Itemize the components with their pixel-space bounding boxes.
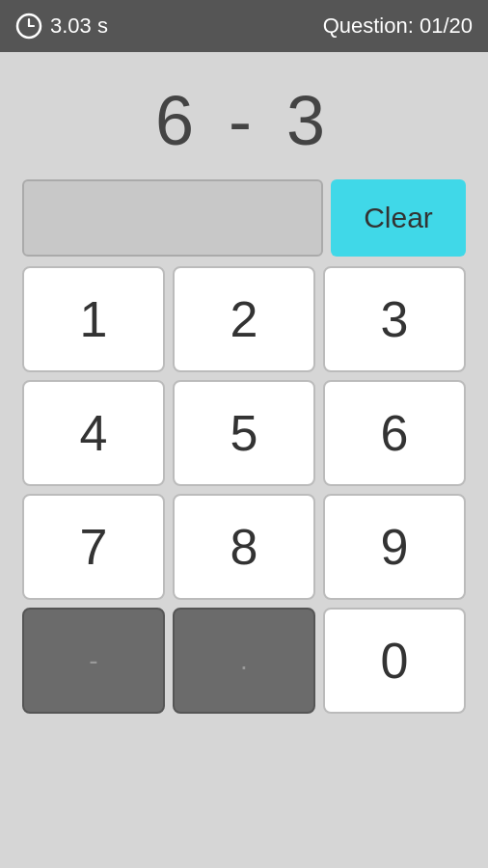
app-header: 3.03 s Question: 01/20 [0,0,488,52]
numpad-button-9[interactable]: 9 [323,494,466,600]
numpad-button-6[interactable]: 6 [323,380,466,486]
numpad-button-7[interactable]: 7 [22,494,165,600]
clock-icon [15,13,42,40]
numpad-button-4[interactable]: 4 [22,380,165,486]
question-counter-label: Question: 01/20 [323,14,473,38]
numpad-button-8[interactable]: 8 [173,494,315,600]
input-row: Clear [22,179,466,257]
numpad-button-.[interactable]: . [173,608,315,714]
numpad-button--[interactable]: - [22,608,165,714]
numpad-button-0[interactable]: 0 [323,608,466,714]
numpad-button-2[interactable]: 2 [173,266,315,372]
numpad: 123456789-.0 [22,266,466,714]
question-counter: Question: 01/20 [323,14,473,39]
answer-display [22,179,323,257]
clear-button[interactable]: Clear [331,179,466,257]
question-text: 6 - 3 [155,81,333,160]
numpad-button-3[interactable]: 3 [323,266,466,372]
numpad-button-5[interactable]: 5 [173,380,315,486]
numpad-button-1[interactable]: 1 [22,266,165,372]
timer-area: 3.03 s [15,13,108,40]
timer-value: 3.03 s [50,14,108,39]
question-area: 6 - 3 [0,52,488,179]
